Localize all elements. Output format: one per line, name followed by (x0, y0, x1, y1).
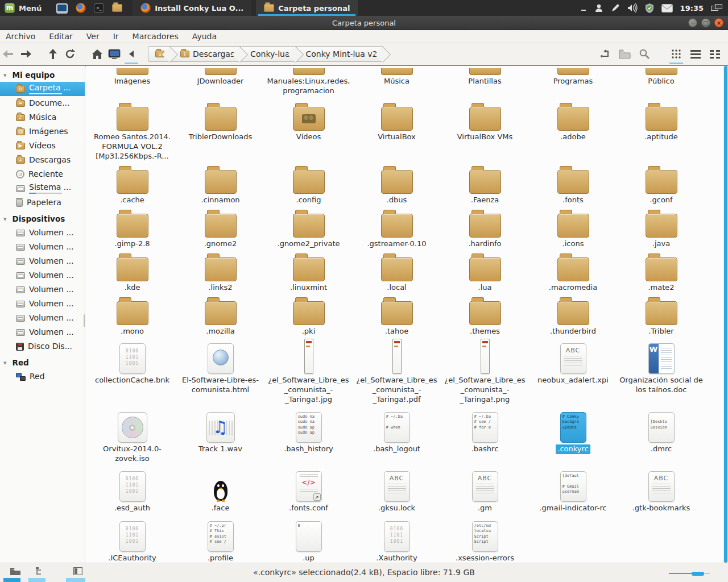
menu-archivo[interactable]: Archivo (6, 32, 35, 41)
zoom-slider[interactable] (669, 572, 710, 575)
scrollbar-thumb[interactable] (724, 66, 727, 563)
file-item[interactable]: VirtualBox VMs (441, 98, 529, 161)
file-item[interactable]: .gstreamer-0.10 (353, 205, 441, 249)
user-applet-icon[interactable] (594, 3, 603, 13)
sidebar-section-header[interactable]: ▾Dispositivos (0, 210, 85, 226)
collapse-caret-icon[interactable]: ▾ (3, 215, 7, 223)
close-button[interactable]: × (714, 18, 723, 27)
file-item[interactable]: # ~/.ba # when.bash_logout (353, 408, 441, 470)
file-item[interactable]: .fonts (529, 161, 617, 205)
home-button[interactable] (89, 46, 106, 62)
file-item[interactable]: VirtualBox (353, 98, 441, 161)
file-item[interactable]: .gnome2 (176, 205, 264, 249)
menu-ver[interactable]: Ver (86, 32, 100, 41)
sidebar-section-header[interactable]: ▾Red (0, 354, 85, 369)
file-item[interactable]: .pki (264, 293, 353, 336)
file-item[interactable]: .dbus (353, 161, 441, 205)
breadcrumb-segment[interactable]: ⌂ (148, 46, 170, 62)
sidebar-item-docume[interactable]: ≡Docume... (0, 96, 85, 110)
collapse-caret-icon[interactable]: ▾ (3, 72, 7, 79)
file-item[interactable]: .gimp-2.8 (88, 205, 176, 249)
terminal-launcher-icon[interactable]: >_ (94, 3, 104, 13)
file-item[interactable]: 0100 1101 1001.esd_auth (88, 470, 176, 519)
file-item[interactable]: ABC.gksu.lock (353, 470, 441, 519)
collapse-breadcrumbs-button[interactable] (123, 46, 140, 62)
refresh-button[interactable] (61, 46, 78, 62)
file-item[interactable]: TriblerDownloads (176, 98, 264, 161)
pen-applet-icon[interactable] (611, 3, 620, 13)
file-item[interactable]: [Deskto Session.dmrc (617, 408, 705, 470)
file-item[interactable]: Orvitux-2014.0-zovek.iso (88, 408, 176, 470)
sidebar-item-carpeta[interactable]: ⌂Carpeta ... (0, 82, 85, 96)
sidebar-item-volumen[interactable]: Volumen ... (0, 226, 85, 240)
file-item[interactable]: .themes (441, 293, 529, 336)
forward-button[interactable] (17, 46, 34, 62)
file-item[interactable]: .icons (529, 205, 617, 249)
file-item[interactable]: ♫Track 1.wav (176, 408, 264, 470)
clock[interactable]: 19:35 (680, 4, 704, 13)
list-view-button[interactable] (687, 46, 704, 62)
sidebar-item-sistema[interactable]: Sistema ... (0, 181, 85, 196)
files-launcher-icon[interactable] (112, 4, 122, 12)
file-item[interactable]: .thunderbird (529, 293, 617, 336)
file-item[interactable]: 0100 1101 1001.Xauthority (353, 519, 441, 563)
mail-indicator-icon[interactable] (661, 4, 673, 13)
sidebar-item-volumen[interactable]: Volumen ... (0, 268, 85, 282)
menu-ir[interactable]: Ir (113, 32, 119, 41)
sidebar-section-header[interactable]: ▾Mi equipo (0, 66, 85, 82)
file-item[interactable]: Música (353, 66, 441, 98)
titlebar[interactable]: Carpeta personal − □ × (0, 16, 728, 30)
breadcrumb-segment[interactable]: Conky Mint-lua v2 (296, 46, 383, 62)
file-item[interactable]: .java (617, 205, 705, 249)
sidebar-item-volumen[interactable]: Volumen ... (0, 325, 85, 339)
file-item[interactable]: .Tribler (617, 293, 705, 336)
menu-ayuda[interactable]: Ayuda (192, 32, 217, 41)
mint-menu-button[interactable]: m Menú (0, 0, 48, 16)
file-item[interactable]: .cache (88, 161, 176, 205)
maximize-button[interactable]: □ (701, 18, 710, 27)
minimize-button[interactable]: − (688, 18, 697, 27)
search-button[interactable] (636, 46, 653, 62)
file-item[interactable]: .adobe (529, 98, 617, 161)
show-places-button[interactable] (617, 46, 634, 62)
sidebar-item-vdeos[interactable]: ▶Vídeos (0, 139, 85, 153)
taskbar-window-button[interactable]: Carpeta personal (256, 0, 358, 16)
file-item[interactable]: .config (264, 161, 353, 205)
file-item[interactable]: .local (353, 249, 441, 293)
update-shield-icon[interactable] (645, 3, 654, 13)
compact-view-button[interactable] (706, 46, 723, 62)
file-item[interactable]: .macromedia (529, 249, 617, 293)
file-item[interactable]: .Faenza (441, 161, 529, 205)
file-item[interactable]: .links2 (176, 249, 264, 293)
menu-marcadores[interactable]: Marcadores (133, 32, 179, 41)
file-item[interactable]: sudo na sudo na sudo ap sudo ap.bash_his… (264, 408, 353, 470)
sidebar-item-reciente[interactable]: ↺Reciente (0, 167, 85, 181)
file-item[interactable]: .tahoe (353, 293, 441, 336)
file-item[interactable]: .face (176, 470, 264, 519)
sidebar-item-volumen[interactable]: Volumen ... (0, 311, 85, 325)
file-item[interactable]: /etc/md localsu Script Script.xsession-e… (441, 519, 529, 563)
vertical-scrollbar[interactable] (723, 66, 728, 563)
breadcrumb-segment[interactable]: Conky-lua (240, 46, 295, 62)
file-item[interactable]: # ~/.pr # This # exist # see /.profile (176, 519, 264, 563)
file-item[interactable]: Plantillas (441, 66, 529, 98)
up-button[interactable] (44, 46, 61, 62)
sidebar-resize-handle[interactable] (84, 314, 85, 327)
file-item[interactable]: 0100 1101 1001collectionCache.bnk (88, 336, 176, 408)
file-item[interactable]: .mate2 (617, 249, 705, 293)
file-item[interactable]: ¿el_Software_Libre_es_comunista_-_Taring… (353, 336, 441, 408)
file-item[interactable]: .gconf (617, 161, 705, 205)
file-item[interactable]: El-Software-Libre-es-comunista.html (176, 336, 264, 408)
back-button[interactable] (0, 46, 17, 62)
file-item[interactable]: .lua (441, 249, 529, 293)
display-settings-icon[interactable] (56, 3, 68, 13)
file-item[interactable]: ABCneobux_adalert.xpi (529, 336, 617, 408)
file-item[interactable]: ABC.gm (441, 470, 529, 519)
file-item[interactable]: Programas (529, 66, 617, 98)
grid-view-button[interactable] (668, 46, 685, 62)
file-item[interactable]: # Conky backgro update.conkyrc (529, 408, 617, 470)
file-item[interactable]: Vídeos (264, 98, 353, 161)
breadcrumb-segment[interactable]: ↓Descargas (170, 46, 240, 62)
sidebar-item-volumen[interactable]: Volumen ... (0, 297, 85, 311)
volume-icon[interactable] (627, 3, 638, 13)
